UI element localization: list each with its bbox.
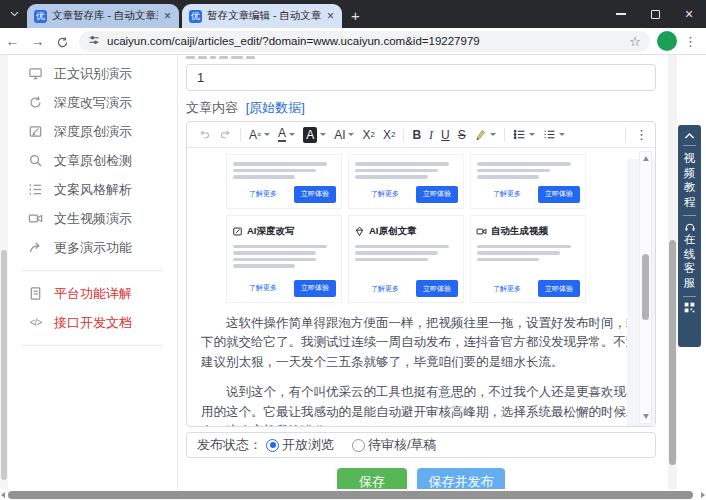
learn-more-link[interactable]: 了解更多 — [476, 189, 538, 199]
url-text[interactable]: ucaiyun.com/caiji/articles_edit/?domain=… — [107, 35, 623, 47]
sidebar-item-more-demos[interactable]: 更多演示功能 — [8, 233, 177, 262]
collapse-up-icon[interactable] — [684, 132, 695, 140]
video-tutorial-tab[interactable]: 视频教程 — [683, 151, 696, 210]
bullet-list-button[interactable] — [513, 128, 535, 141]
scroll-down-icon[interactable] — [643, 414, 649, 419]
sidebar-item-label: 文章原创检测 — [54, 152, 132, 170]
tab-search-icon[interactable] — [9, 5, 20, 23]
feature-card-auto-video: 自动生成视频 了解更多 立即体验 — [470, 215, 586, 304]
tab-close-icon[interactable]: × — [326, 9, 335, 23]
video-camera-icon — [476, 226, 487, 237]
sidebar-item-style-analysis[interactable]: 文案风格解析 — [8, 175, 177, 204]
forward-button[interactable]: → — [25, 33, 50, 49]
article-column-id-input[interactable] — [186, 64, 656, 91]
learn-more-link[interactable]: 了解更多 — [232, 283, 294, 293]
tab-close-icon[interactable]: × — [163, 9, 172, 23]
page-horizontal-scrollbar[interactable] — [0, 489, 706, 500]
font-size-button[interactable]: A≡ — [249, 129, 270, 141]
learn-more-link[interactable]: 了解更多 — [354, 284, 416, 294]
sidebar-item-text-to-video[interactable]: 文生视频演示 — [8, 204, 177, 233]
edit-square-icon — [28, 124, 43, 139]
sidebar-item-api-docs[interactable]: </> 接口开发文档 — [8, 308, 177, 337]
try-now-button[interactable]: 立即体验 — [416, 280, 458, 297]
sidebar-item-label: 正文识别演示 — [54, 65, 132, 83]
strikethrough-button[interactable]: S — [458, 129, 466, 141]
undo-icon[interactable] — [198, 128, 211, 141]
radio-selected-icon[interactable] — [266, 439, 279, 452]
browser-tab-article-edit[interactable]: 优 暂存文章编辑 - 自动文章采集 × — [182, 4, 342, 28]
radio-unselected-icon[interactable] — [352, 439, 365, 452]
editor-content[interactable]: 了解更多 立即体验 了解更多 立即体验 — [187, 149, 655, 426]
ordered-list-button[interactable] — [543, 128, 565, 141]
new-tab-button[interactable]: + — [351, 8, 360, 23]
panel-divider — [683, 296, 696, 297]
italic-button[interactable]: I — [429, 129, 433, 141]
toolbar-more-icon[interactable]: ⋮ — [625, 127, 648, 142]
window-close-button[interactable]: × — [672, 0, 706, 28]
radio-pending-draft[interactable]: 待审核/草稿 — [352, 436, 451, 454]
video-camera-icon — [28, 211, 43, 226]
profile-avatar[interactable] — [657, 31, 677, 51]
subscript-button[interactable]: X2 — [362, 129, 374, 141]
feature-row: 了解更多 立即体验 了解更多 立即体验 — [226, 154, 588, 209]
scrollbar-thumb[interactable] — [669, 240, 676, 465]
try-now-button[interactable]: 立即体验 — [294, 186, 336, 203]
ai-tools-button[interactable]: AI — [334, 129, 354, 141]
sidebar-item-platform-features[interactable]: 平台功能详解 — [8, 279, 177, 308]
try-now-button[interactable]: 立即体验 — [538, 186, 580, 203]
bold-button[interactable]: B — [412, 129, 421, 141]
sidebar-item-originality-check[interactable]: 文章原创检测 — [8, 146, 177, 175]
left-partial-scrollbar[interactable] — [0, 55, 8, 489]
window-minimize-button[interactable] — [604, 0, 638, 28]
share-arrow-icon — [28, 240, 43, 255]
sidebar-item-label: 接口开发文档 — [54, 314, 132, 332]
floating-side-panel: 视频教程 在线客服 — [678, 125, 701, 347]
article-paragraph: 这软件操作简单得跟泡方便面一样，把视频往里一拖，设置好发布时间，剩下的就交给它了… — [201, 314, 641, 372]
chevron-down-icon — [320, 133, 326, 136]
font-color-button[interactable]: A — [278, 127, 295, 142]
superscript-button[interactable]: X2 — [383, 129, 395, 141]
tab-title: 暂存文章编辑 - 自动文章采集 — [207, 9, 321, 23]
back-button[interactable]: ← — [0, 33, 25, 49]
highlighter-button[interactable] — [474, 128, 496, 141]
sidebar-item-label: 更多演示功能 — [54, 239, 132, 257]
browser-menu-icon[interactable]: ⋮ — [684, 34, 697, 49]
background-color-button[interactable]: A — [303, 127, 326, 143]
page-content: 正文识别演示 深度改写演示 深度原创演示 文章原创检测 — [0, 55, 706, 500]
publish-status-row: 发布状态： 开放浏览 待审核/草稿 — [186, 432, 656, 458]
feature-card-ai-article: AI原创文章 了解更多 立即体验 — [348, 215, 464, 304]
try-now-button[interactable]: 立即体验 — [294, 280, 336, 297]
search-icon — [28, 153, 43, 168]
feature-card-row: AI深度改写 了解更多 立即体验 — [226, 215, 588, 304]
sidebar-item-text-recognition[interactable]: 正文识别演示 — [8, 59, 177, 88]
site-settings-icon[interactable] — [88, 32, 100, 50]
article-edit-form: 文章内容 [原始数据] A≡ A A AI X2 — [186, 55, 656, 489]
window-maximize-button[interactable] — [638, 0, 672, 28]
sidebar-item-deep-original[interactable]: 深度原创演示 — [8, 117, 177, 146]
scroll-up-icon[interactable] — [643, 156, 649, 161]
browser-tab-articles-list[interactable]: 优 文章暂存库 - 自动文章采集器 × — [27, 4, 179, 28]
learn-more-link[interactable]: 了解更多 — [232, 189, 294, 199]
learn-more-link[interactable]: 了解更多 — [476, 284, 538, 294]
document-icon — [28, 286, 43, 301]
learn-more-link[interactable]: 了解更多 — [354, 189, 416, 199]
try-now-button[interactable]: 立即体验 — [416, 186, 458, 203]
radio-open-browse[interactable]: 开放浏览 — [266, 436, 348, 454]
try-now-button[interactable]: 立即体验 — [538, 280, 580, 297]
editor-vertical-scrollbar[interactable] — [639, 151, 652, 424]
underline-button[interactable]: U — [441, 129, 450, 141]
list-icon — [28, 182, 43, 197]
scrollbar-thumb[interactable] — [8, 491, 693, 499]
reload-button[interactable] — [50, 33, 75, 49]
scroll-right-icon[interactable] — [701, 492, 705, 498]
qr-code-icon[interactable] — [684, 302, 695, 313]
address-bar[interactable]: ucaiyun.com/caiji/articles_edit/?domain=… — [79, 31, 650, 52]
sidebar-item-deep-rewrite[interactable]: 深度改写演示 — [8, 88, 177, 117]
redo-icon[interactable] — [219, 128, 232, 141]
scrollbar-thumb[interactable] — [642, 254, 649, 320]
page-vertical-scrollbar[interactable] — [668, 55, 677, 489]
original-data-link[interactable]: [原始数据] — [246, 100, 305, 115]
scroll-left-icon[interactable] — [1, 492, 5, 498]
bookmark-star-icon[interactable]: ☆ — [629, 34, 641, 49]
online-service-tab[interactable]: 在线客服 — [683, 232, 696, 291]
